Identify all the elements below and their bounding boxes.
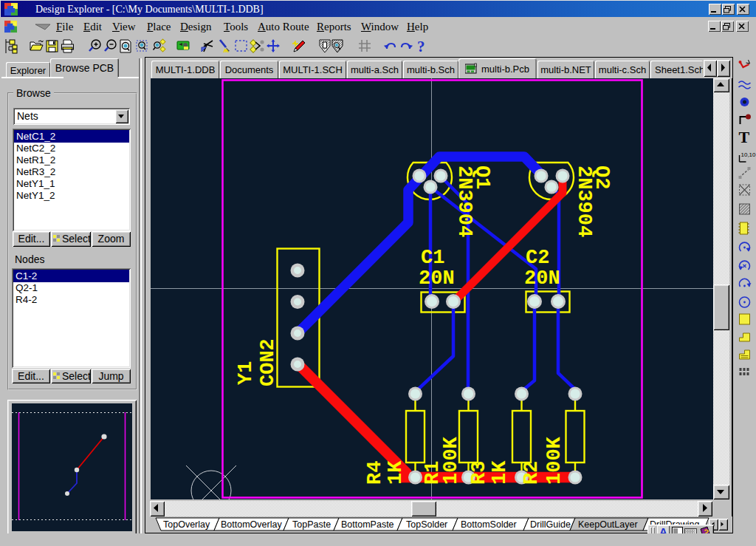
svg-text:TopPaste: TopPaste	[292, 519, 331, 530]
svg-text:R4: R4	[364, 461, 386, 485]
svg-text:BottomOverlay: BottomOverlay	[221, 519, 282, 530]
svg-text:2N3904: 2N3904	[453, 165, 475, 237]
svg-text:CON2: CON2	[257, 338, 279, 386]
svg-text:C2: C2	[526, 247, 549, 269]
svg-text:T: T	[739, 128, 750, 146]
svg-text:R3: R3	[468, 461, 490, 485]
svg-text:C1: C1	[421, 247, 444, 269]
svg-text:DrillGuide: DrillGuide	[530, 519, 571, 530]
svg-text:20N: 20N	[419, 267, 455, 290]
svg-text:Y1: Y1	[235, 361, 257, 385]
svg-text:100K: 100K	[440, 436, 462, 485]
svg-text:2N3904: 2N3904	[573, 165, 595, 237]
svg-text:100K: 100K	[543, 436, 566, 485]
svg-text:BottomPaste: BottomPaste	[341, 519, 394, 530]
svg-text:TopSolder: TopSolder	[406, 519, 447, 530]
svg-text:KeepOutLayer: KeepOutLayer	[578, 519, 638, 530]
svg-text:10,10: 10,10	[741, 151, 756, 158]
svg-text:R2: R2	[520, 461, 543, 485]
svg-text:1K: 1K	[489, 460, 511, 485]
svg-text:20N: 20N	[524, 267, 560, 290]
svg-text:TopOverlay: TopOverlay	[163, 519, 210, 530]
svg-text:1K: 1K	[385, 460, 407, 485]
svg-text:?: ?	[417, 38, 425, 55]
svg-text:BottomSolder: BottomSolder	[461, 519, 517, 530]
